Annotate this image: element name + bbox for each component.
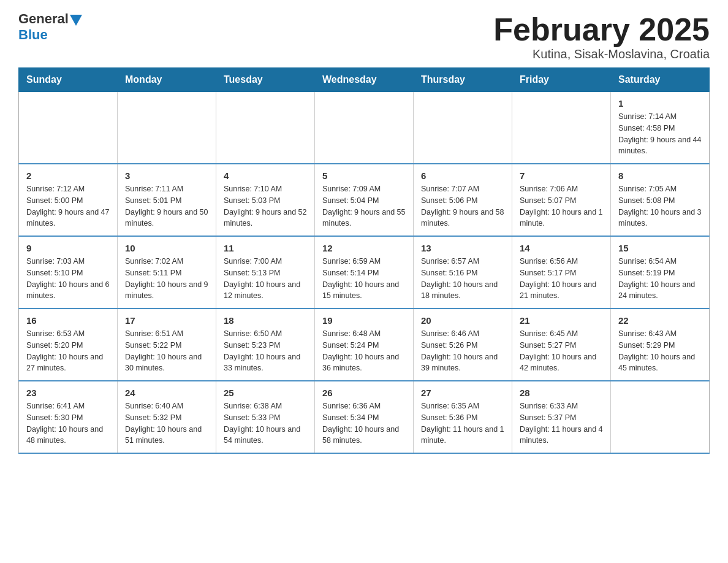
day-info: Sunrise: 7:02 AMSunset: 5:11 PMDaylight:…	[125, 256, 208, 302]
calendar-cell	[414, 92, 512, 164]
calendar-cell: 19Sunrise: 6:48 AMSunset: 5:24 PMDayligh…	[315, 308, 414, 381]
logo-blue-text: Blue	[18, 27, 48, 43]
day-number: 24	[125, 388, 208, 398]
days-of-week-row: SundayMondayTuesdayWednesdayThursdayFrid…	[19, 68, 710, 92]
day-number: 2	[26, 170, 110, 181]
calendar-week-5: 23Sunrise: 6:41 AMSunset: 5:30 PMDayligh…	[19, 381, 710, 453]
calendar-table: SundayMondayTuesdayWednesdayThursdayFrid…	[18, 67, 710, 454]
calendar-cell	[611, 381, 710, 453]
day-number: 26	[322, 388, 406, 398]
calendar-header: SundayMondayTuesdayWednesdayThursdayFrid…	[19, 68, 710, 92]
calendar-cell: 20Sunrise: 6:46 AMSunset: 5:26 PMDayligh…	[414, 308, 512, 381]
day-info: Sunrise: 6:57 AMSunset: 5:16 PMDaylight:…	[421, 256, 504, 302]
day-info: Sunrise: 7:14 AMSunset: 4:58 PMDaylight:…	[618, 111, 702, 157]
day-info: Sunrise: 7:03 AMSunset: 5:10 PMDaylight:…	[26, 256, 110, 302]
calendar-cell: 28Sunrise: 6:33 AMSunset: 5:37 PMDayligh…	[512, 381, 611, 453]
calendar-body: 1Sunrise: 7:14 AMSunset: 4:58 PMDaylight…	[19, 92, 710, 454]
day-number: 8	[618, 170, 702, 181]
day-number: 14	[520, 243, 603, 253]
day-of-week-tuesday: Tuesday	[216, 68, 315, 92]
day-info: Sunrise: 6:50 AMSunset: 5:23 PMDaylight:…	[224, 328, 307, 374]
calendar-cell: 7Sunrise: 7:06 AMSunset: 5:07 PMDaylight…	[512, 164, 611, 236]
day-info: Sunrise: 7:09 AMSunset: 5:04 PMDaylight:…	[322, 183, 406, 229]
calendar-cell: 24Sunrise: 6:40 AMSunset: 5:32 PMDayligh…	[118, 381, 216, 453]
calendar-cell	[118, 92, 216, 164]
calendar-cell: 23Sunrise: 6:41 AMSunset: 5:30 PMDayligh…	[19, 381, 118, 453]
calendar-week-4: 16Sunrise: 6:53 AMSunset: 5:20 PMDayligh…	[19, 308, 710, 381]
calendar-week-1: 1Sunrise: 7:14 AMSunset: 4:58 PMDaylight…	[19, 92, 710, 164]
day-number: 20	[421, 315, 504, 326]
day-number: 11	[224, 243, 307, 253]
calendar-week-2: 2Sunrise: 7:12 AMSunset: 5:00 PMDaylight…	[19, 164, 710, 236]
calendar-cell: 18Sunrise: 6:50 AMSunset: 5:23 PMDayligh…	[216, 308, 315, 381]
calendar-cell: 16Sunrise: 6:53 AMSunset: 5:20 PMDayligh…	[19, 308, 118, 381]
calendar-title: February 2025	[493, 12, 710, 47]
calendar-cell: 17Sunrise: 6:51 AMSunset: 5:22 PMDayligh…	[118, 308, 216, 381]
day-info: Sunrise: 6:46 AMSunset: 5:26 PMDaylight:…	[421, 328, 504, 374]
calendar-cell: 11Sunrise: 7:00 AMSunset: 5:13 PMDayligh…	[216, 236, 315, 308]
day-number: 15	[618, 243, 702, 253]
day-of-week-monday: Monday	[118, 68, 216, 92]
day-info: Sunrise: 6:35 AMSunset: 5:36 PMDaylight:…	[421, 400, 504, 446]
day-number: 28	[520, 388, 603, 398]
day-of-week-friday: Friday	[512, 68, 611, 92]
calendar-cell: 12Sunrise: 6:59 AMSunset: 5:14 PMDayligh…	[315, 236, 414, 308]
day-number: 7	[520, 170, 603, 181]
day-info: Sunrise: 6:48 AMSunset: 5:24 PMDaylight:…	[322, 328, 406, 374]
day-number: 3	[125, 170, 208, 181]
calendar-cell: 3Sunrise: 7:11 AMSunset: 5:01 PMDaylight…	[118, 164, 216, 236]
day-info: Sunrise: 6:51 AMSunset: 5:22 PMDaylight:…	[125, 328, 208, 374]
logo-general-text: General	[18, 12, 69, 26]
calendar-cell: 22Sunrise: 6:43 AMSunset: 5:29 PMDayligh…	[611, 308, 710, 381]
page-header: General Blue February 2025 Kutina, Sisak…	[18, 12, 710, 61]
calendar-cell	[216, 92, 315, 164]
calendar-cell: 25Sunrise: 6:38 AMSunset: 5:33 PMDayligh…	[216, 381, 315, 453]
day-number: 4	[224, 170, 307, 181]
calendar-cell: 2Sunrise: 7:12 AMSunset: 5:00 PMDaylight…	[19, 164, 118, 236]
logo-arrow-icon	[70, 15, 82, 26]
calendar-cell: 4Sunrise: 7:10 AMSunset: 5:03 PMDaylight…	[216, 164, 315, 236]
day-info: Sunrise: 6:40 AMSunset: 5:32 PMDaylight:…	[125, 400, 208, 446]
calendar-cell: 10Sunrise: 7:02 AMSunset: 5:11 PMDayligh…	[118, 236, 216, 308]
day-number: 1	[618, 98, 702, 109]
day-number: 22	[618, 315, 702, 326]
logo: General Blue	[18, 12, 82, 43]
calendar-subtitle: Kutina, Sisak-Moslavina, Croatia	[493, 47, 710, 61]
day-info: Sunrise: 7:07 AMSunset: 5:06 PMDaylight:…	[421, 183, 504, 229]
calendar-cell: 14Sunrise: 6:56 AMSunset: 5:17 PMDayligh…	[512, 236, 611, 308]
calendar-cell: 8Sunrise: 7:05 AMSunset: 5:08 PMDaylight…	[611, 164, 710, 236]
calendar-cell	[512, 92, 611, 164]
day-number: 25	[224, 388, 307, 398]
calendar-cell: 5Sunrise: 7:09 AMSunset: 5:04 PMDaylight…	[315, 164, 414, 236]
calendar-cell: 21Sunrise: 6:45 AMSunset: 5:27 PMDayligh…	[512, 308, 611, 381]
day-info: Sunrise: 6:38 AMSunset: 5:33 PMDaylight:…	[224, 400, 307, 446]
day-number: 27	[421, 388, 504, 398]
calendar-cell	[315, 92, 414, 164]
day-number: 10	[125, 243, 208, 253]
day-number: 16	[26, 315, 110, 326]
day-number: 5	[322, 170, 406, 181]
day-info: Sunrise: 7:12 AMSunset: 5:00 PMDaylight:…	[26, 183, 110, 229]
day-number: 9	[26, 243, 110, 253]
day-info: Sunrise: 6:36 AMSunset: 5:34 PMDaylight:…	[322, 400, 406, 446]
day-info: Sunrise: 6:43 AMSunset: 5:29 PMDaylight:…	[618, 328, 702, 374]
day-of-week-sunday: Sunday	[19, 68, 118, 92]
calendar-cell: 13Sunrise: 6:57 AMSunset: 5:16 PMDayligh…	[414, 236, 512, 308]
day-number: 19	[322, 315, 406, 326]
title-block: February 2025 Kutina, Sisak-Moslavina, C…	[493, 12, 710, 61]
day-info: Sunrise: 6:53 AMSunset: 5:20 PMDaylight:…	[26, 328, 110, 374]
day-info: Sunrise: 7:00 AMSunset: 5:13 PMDaylight:…	[224, 256, 307, 302]
day-of-week-saturday: Saturday	[611, 68, 710, 92]
day-of-week-thursday: Thursday	[414, 68, 512, 92]
calendar-cell: 27Sunrise: 6:35 AMSunset: 5:36 PMDayligh…	[414, 381, 512, 453]
day-number: 18	[224, 315, 307, 326]
calendar-cell: 1Sunrise: 7:14 AMSunset: 4:58 PMDaylight…	[611, 92, 710, 164]
day-number: 17	[125, 315, 208, 326]
day-number: 21	[520, 315, 603, 326]
day-info: Sunrise: 7:11 AMSunset: 5:01 PMDaylight:…	[125, 183, 208, 229]
day-info: Sunrise: 7:10 AMSunset: 5:03 PMDaylight:…	[224, 183, 307, 229]
day-info: Sunrise: 7:05 AMSunset: 5:08 PMDaylight:…	[618, 183, 702, 229]
day-number: 23	[26, 388, 110, 398]
day-info: Sunrise: 6:45 AMSunset: 5:27 PMDaylight:…	[520, 328, 603, 374]
calendar-cell: 15Sunrise: 6:54 AMSunset: 5:19 PMDayligh…	[611, 236, 710, 308]
